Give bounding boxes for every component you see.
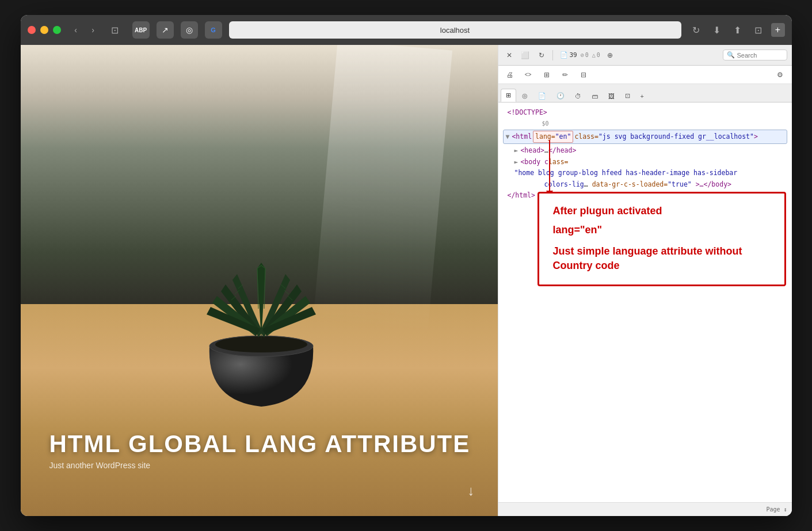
url-text: localhost <box>440 26 470 35</box>
red-annotation-arrow <box>549 140 550 192</box>
annotation-title: After plugun activated <box>553 205 771 217</box>
search-input[interactable] <box>737 52 783 59</box>
site-title: HTML GLOBAL LANG ATTRIBUTE <box>49 431 486 457</box>
compass-button[interactable]: ⊕ <box>604 49 616 62</box>
devtools-expand-button[interactable]: ⬜ <box>519 49 532 62</box>
layers-icon: ⊡ <box>625 92 630 100</box>
forward-button[interactable]: › <box>85 22 101 38</box>
dollar-zero-label: $0 <box>542 119 549 128</box>
html-tree: <!DOCTYPE> $0 ▼ <html lang="en" class="j… <box>503 107 787 202</box>
body-close: >…</body> <box>696 180 731 188</box>
lang-attr-name: lang= <box>535 132 555 141</box>
browser-window: ‹ › ⊡ ABP ↗ ◎ G localhost ↻ ⬇ ⬆ ⊡ + <box>21 15 792 516</box>
devtools-search[interactable]: 🔍 <box>723 50 787 60</box>
toolbar-icons: ABP ↗ ◎ G <box>132 21 222 39</box>
annotation-description: Just simple language attribute without C… <box>553 244 771 273</box>
body-open-tag: <body c <box>520 157 548 168</box>
search-icon: 🔍 <box>727 51 735 59</box>
devtools-tabs: ⊞ ◎ 📄 🕐 ⏱ 🗃 🖼 <box>498 84 792 103</box>
lang-attr-val: "en" <box>555 132 571 141</box>
maximize-button[interactable] <box>53 26 61 34</box>
html-tag-line[interactable]: ▼ <html lang="en" class="js svg backgrou… <box>503 130 787 145</box>
html-tag-close-bracket: > <box>754 131 758 143</box>
sources-icon: 📄 <box>538 92 546 100</box>
minimize-button[interactable] <box>40 26 48 34</box>
body-data-val: "true" <box>668 180 692 188</box>
share-icon[interactable]: ↗ <box>157 21 174 39</box>
devtools-footer: Page ↕ <box>498 502 792 516</box>
tab-add[interactable]: + <box>636 90 649 102</box>
address-bar[interactable]: localhost <box>229 21 681 39</box>
doctype-tag: <!DOCTYPE> <box>508 107 547 119</box>
grid-button[interactable]: ⊞ <box>540 68 554 82</box>
body-partial: … <box>584 180 588 188</box>
new-tab-button[interactable]: + <box>771 23 785 37</box>
lang-attr-highlight: lang="en" <box>533 131 573 143</box>
shield-icon[interactable]: ◎ <box>181 21 198 39</box>
body-toggle[interactable]: ► <box>514 157 519 168</box>
tab-performance[interactable]: ⏱ <box>570 90 586 102</box>
close-button[interactable] <box>28 26 36 34</box>
print-button[interactable]: 🖨 <box>503 68 517 82</box>
head-line[interactable]: ► <head> … </head> <box>503 145 787 157</box>
google-icon[interactable]: G <box>205 21 222 39</box>
error-count: 0 <box>585 52 589 58</box>
sidebar-toggle-button[interactable]: ⊡ <box>107 22 123 38</box>
traffic-lights <box>28 26 61 34</box>
download-icon[interactable]: ⬇ <box>709 22 725 38</box>
devtools-content[interactable]: <!DOCTYPE> $0 ▼ <html lang="en" class="j… <box>498 103 792 502</box>
site-subtitle: Just another WordPress site <box>49 461 486 470</box>
elements-icon: ⊞ <box>506 92 511 99</box>
class-attr-val: "js svg background-fixed gr__localhost" <box>598 131 754 143</box>
code-button[interactable]: <> <box>521 68 535 82</box>
devtools-close-button[interactable]: ✕ <box>503 49 516 62</box>
tab-network[interactable]: 🕐 <box>552 90 569 102</box>
tab-icon[interactable]: ⊡ <box>750 22 767 38</box>
nav-arrows: ‹ › <box>68 22 101 38</box>
error-icon: ⊘ <box>581 52 584 58</box>
gear-button[interactable]: ⚙ <box>773 68 787 82</box>
dollar-zero-line: $0 <box>503 119 787 128</box>
annotation-lang: lang="en" <box>553 224 771 236</box>
pen-button[interactable]: ✏ <box>558 68 572 82</box>
head-ellipsis: … <box>544 145 548 157</box>
adblock-icon[interactable]: ABP <box>132 21 150 39</box>
devtools-reload-button[interactable]: ↻ <box>535 49 548 62</box>
body-class-val2: colors-lig <box>544 180 584 188</box>
tab-elements[interactable]: ⊞ <box>501 89 516 102</box>
page-label: Page ↕ <box>766 506 787 513</box>
back-button[interactable]: ‹ <box>68 22 84 38</box>
html-toggle[interactable]: ▼ <box>506 131 510 143</box>
head-tag: <head> <box>520 145 544 157</box>
console-icon: ◎ <box>522 92 528 100</box>
layout-button[interactable]: ⊟ <box>577 68 590 82</box>
tab-media[interactable]: 🖼 <box>604 90 619 102</box>
scroll-down-arrow[interactable]: ↓ <box>468 483 475 499</box>
html-close-tag: </html> <box>508 190 535 202</box>
upload-icon[interactable]: ⬆ <box>730 22 746 38</box>
warning-icon: △ <box>592 52 596 58</box>
head-toggle[interactable]: ► <box>514 145 519 157</box>
tab-layers[interactable]: ⊡ <box>620 90 635 102</box>
tab-storage[interactable]: 🗃 <box>587 90 603 102</box>
network-icon: 🕐 <box>556 92 565 100</box>
class-attr-name: class= <box>574 131 598 143</box>
browser-view: HTML GLOBAL LANG ATTRIBUTE Just another … <box>21 45 498 516</box>
file-icon: 📄 <box>560 51 568 59</box>
plant-illustration <box>163 124 359 412</box>
reload-button[interactable]: ↻ <box>688 22 704 38</box>
right-toolbar: ↻ ⬇ ⬆ ⊡ + <box>688 22 785 38</box>
tab-console[interactable]: ◎ <box>517 90 532 102</box>
devtools-toolbar: ✕ ⬜ ↻ 📄 39 ⊘ 0 △ 0 ⊕ 🔍 <box>498 45 792 66</box>
doctype-line[interactable]: <!DOCTYPE> <box>503 107 787 119</box>
file-number: 39 <box>570 51 577 59</box>
body-class-cont: colors-lig… data-gr-c-s-loaded="true" >…… <box>514 179 731 191</box>
error-badge: ⊘ 0 <box>581 52 589 58</box>
annotation-box: After plugun activated lang="en" Just si… <box>537 192 786 286</box>
tab-sources[interactable]: 📄 <box>533 90 551 102</box>
body-line[interactable]: ► <body c lass="home blog group-blog hfe… <box>503 157 787 191</box>
svg-line-7 <box>284 290 289 294</box>
head-close-tag: </head> <box>548 145 576 157</box>
body-class-val: "home blog group-blog hfeed has-header-i… <box>514 168 738 179</box>
body-class-attr: lass= <box>548 157 569 168</box>
